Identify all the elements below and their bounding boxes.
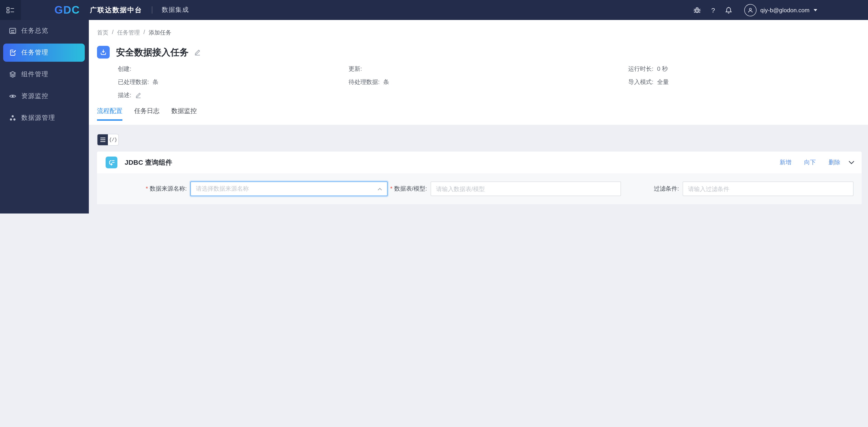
edit-description-icon[interactable] <box>135 92 141 98</box>
sidebar-item-label: 组件管理 <box>21 70 49 79</box>
gdc-logo: GDC <box>54 4 80 16</box>
required-mark: * <box>390 185 392 192</box>
bell-icon[interactable] <box>725 6 733 14</box>
view-toggle: {/} <box>97 134 119 146</box>
card-actions: 新增 向下 删除 <box>780 159 840 167</box>
sidebar-item-label: 任务总览 <box>21 27 49 35</box>
user-email[interactable]: qiy-b@glodon.com <box>761 7 809 13</box>
brand-title: 广联达数据中台 <box>90 6 142 14</box>
nav-item-data-integration[interactable]: 数据集成 <box>162 6 189 14</box>
card-jdbc-query: JDBC 查询组件 新增 向下 删除 *数据来源名称: <box>97 151 862 204</box>
process-config-content: {/} JDBC 查询组件 新增 <box>89 125 868 214</box>
add-component-link[interactable]: 新增 <box>780 159 792 167</box>
collapse-card-chevron-icon[interactable] <box>848 161 855 164</box>
header-bar: GDC 广联达数据中台 数据集成 ? <box>0 0 868 20</box>
sidebar-item-label: 资源监控 <box>21 92 49 100</box>
task-info-grid: 创建: 更新: 运行时长:0 秒 已处理数据:条 待处理数据:条 导入模式:全量… <box>118 64 868 100</box>
datasource-select-placeholder: 请选择数据来源名称 <box>196 185 249 193</box>
card-form: *数据来源名称: 请选择数据来源名称 *数据表/模型: 过滤条件: 业务数据my… <box>97 173 862 204</box>
table-model-label: *数据表/模型: <box>351 181 427 196</box>
collapse-menu-button[interactable] <box>0 0 21 20</box>
description-label: 描述: <box>118 90 131 100</box>
breadcrumb-home[interactable]: 首页 <box>97 29 108 37</box>
view-toggle-list[interactable] <box>97 134 108 145</box>
sidebar-item-label: 数据源管理 <box>21 114 55 122</box>
sidebar-item-datasource-manage[interactable]: 数据源管理 <box>3 109 85 127</box>
import-mode-label: 导入模式: <box>628 77 653 87</box>
sidebar-item-components[interactable]: 组件管理 <box>3 65 85 84</box>
page-title: 安全数据接入任务 <box>116 46 189 58</box>
pending-label: 待处理数据: <box>348 77 380 87</box>
created-label: 创建: <box>118 64 131 74</box>
runtime-value: 0 秒 <box>657 64 668 74</box>
processed-value: 条 <box>153 77 158 87</box>
updated-label: 更新: <box>348 64 362 74</box>
task-type-icon <box>97 46 110 59</box>
brand: GDC 广联达数据中台 <box>54 4 142 16</box>
filter-condition-input[interactable] <box>683 181 854 196</box>
header-right: ? qiy-b@glodon.com <box>683 4 817 16</box>
processed-label: 已处理数据: <box>118 77 149 87</box>
table-model-input[interactable] <box>431 181 621 196</box>
breadcrumb-task-manage[interactable]: 任务管理 <box>117 29 140 37</box>
breadcrumb-add-task: 添加任务 <box>149 29 171 37</box>
eye-icon <box>9 92 16 100</box>
runtime-label: 运行时长: <box>628 64 653 74</box>
cluster-nodes-icon <box>9 114 16 122</box>
chart-overview-icon <box>9 27 16 34</box>
delete-component-link[interactable]: 删除 <box>829 159 840 167</box>
sidebar-item-label: 任务管理 <box>21 49 49 57</box>
caret-down-icon[interactable] <box>814 9 817 11</box>
sidebar-item-task-manage[interactable]: 任务管理 <box>3 44 85 62</box>
card-header: JDBC 查询组件 新增 向下 删除 <box>97 151 862 173</box>
breadcrumb-separator: / <box>144 29 145 37</box>
user-avatar[interactable] <box>744 4 757 16</box>
card-title: JDBC 查询组件 <box>125 158 172 167</box>
sidebar: 任务总览 任务管理 <box>0 20 89 214</box>
sidebar-item-resource-monitor[interactable]: 资源监控 <box>3 87 85 105</box>
bug-icon[interactable] <box>693 6 701 14</box>
edit-title-icon[interactable] <box>194 49 201 56</box>
main-area: 首页 / 任务管理 / 添加任务 安全数据接入任务 <box>89 20 868 214</box>
task-header-panel: 首页 / 任务管理 / 添加任务 安全数据接入任务 <box>89 20 868 125</box>
move-down-link[interactable]: 向下 <box>804 159 816 167</box>
app-window: GDC 广联达数据中台 数据集成 ? <box>0 0 868 214</box>
tab-task-log[interactable]: 任务日志 <box>134 107 159 121</box>
view-toggle-json[interactable]: {/} <box>108 134 118 145</box>
sidebar-menu: 任务总览 任务管理 <box>0 20 89 127</box>
required-mark: * <box>146 185 148 192</box>
breadcrumb: 首页 / 任务管理 / 添加任务 <box>97 20 868 37</box>
datasource-name-label: *数据来源名称: <box>97 181 187 196</box>
task-manage-icon <box>9 49 16 56</box>
layout-menu-icon <box>6 7 14 13</box>
jdbc-query-icon <box>105 156 117 168</box>
filter-condition-label: 过滤条件: <box>618 181 679 196</box>
tab-process-config[interactable]: 流程配置 <box>97 107 122 121</box>
header-divider <box>152 6 152 13</box>
tab-bar: 流程配置 任务日志 数据监控 <box>97 107 868 121</box>
title-row: 安全数据接入任务 <box>97 46 868 59</box>
sidebar-item-task-overview[interactable]: 任务总览 <box>3 22 85 40</box>
pending-value: 条 <box>383 77 389 87</box>
tab-data-monitor[interactable]: 数据监控 <box>171 107 197 121</box>
layers-icon <box>9 71 16 78</box>
help-icon[interactable]: ? <box>711 6 715 14</box>
breadcrumb-separator: / <box>112 29 114 37</box>
import-mode-value: 全量 <box>657 77 669 87</box>
